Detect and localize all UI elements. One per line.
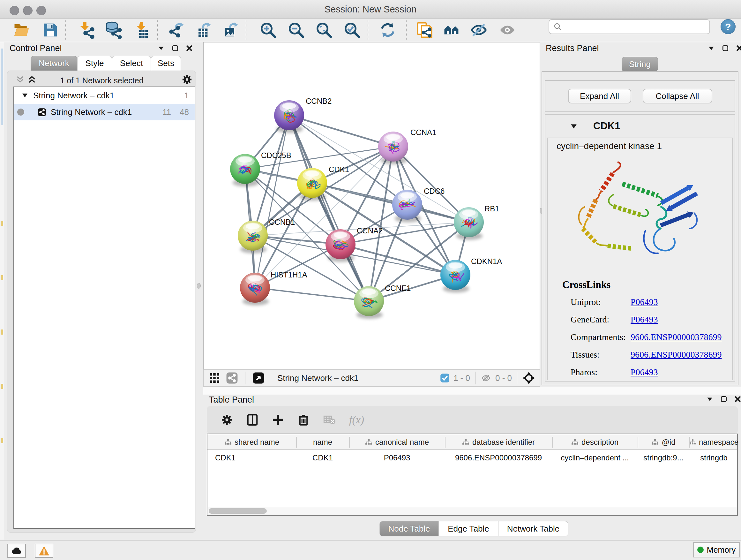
birds-eye-view-icon[interactable] (253, 372, 265, 384)
network-node-CCNB2[interactable]: CCNB2 (274, 97, 332, 133)
maximize-panel-icon[interactable] (172, 45, 179, 52)
save-session-button[interactable] (42, 21, 59, 39)
selected-nodes-checkbox-icon[interactable] (440, 373, 450, 383)
export-image-button[interactable] (223, 21, 240, 39)
maximize-panel-icon[interactable] (720, 395, 727, 402)
add-column-icon[interactable] (272, 414, 284, 426)
show-columns-icon[interactable] (246, 414, 259, 426)
column-header-namespace[interactable]: namespace (689, 434, 738, 450)
network-edge-CCNB2-CCNA1[interactable] (289, 115, 393, 146)
collapse-all-button[interactable]: Collapse All (643, 89, 712, 104)
hide-selected-button[interactable] (470, 21, 487, 39)
search-input[interactable] (562, 22, 703, 31)
network-node-CCNA1[interactable]: CCNA1 (378, 128, 436, 164)
cloud-status-button[interactable] (7, 544, 26, 558)
network-canvas[interactable]: CCNB2CCNA1CDC25BCDK1CDC6RB1CCNB1CCNA2CDK… (203, 42, 540, 369)
network-edge-CCNB2-HIST1H1A[interactable] (255, 115, 289, 288)
crosslink-value-link[interactable]: P06493 (630, 367, 658, 377)
zoom-window-button[interactable] (37, 6, 46, 15)
table-cell[interactable]: stringdb (689, 451, 738, 464)
network-node-HIST1H1A[interactable]: HIST1H1A (240, 270, 307, 305)
minimize-window-button[interactable] (23, 6, 32, 15)
table-panel-splitter[interactable] (203, 387, 741, 395)
zoom-out-button[interactable] (287, 21, 305, 39)
float-panel-icon[interactable] (706, 395, 713, 402)
delete-column-icon[interactable] (297, 414, 310, 426)
copy-network-button[interactable] (416, 21, 433, 39)
network-node-RB1[interactable]: RB1 (454, 204, 499, 240)
column-header-name[interactable]: name (296, 434, 349, 450)
gene-expander-icon[interactable] (570, 124, 577, 129)
float-panel-icon[interactable] (158, 45, 165, 52)
table-cell[interactable]: 9606.ENSP00000378699 (445, 451, 552, 464)
left-splitter-handle[interactable] (197, 283, 201, 289)
column-header-database-identifier[interactable]: database identifier (445, 434, 552, 450)
tab-network[interactable]: Network (30, 56, 77, 71)
tab-select[interactable]: Select (112, 56, 151, 71)
crosslink-value-link[interactable]: 9606.ENSP00000378699 (630, 350, 722, 360)
table-cell[interactable]: cyclin–dependent ... (552, 451, 637, 464)
column-header-canonical-name[interactable]: canonical name (349, 434, 445, 450)
tab-edge-table[interactable]: Edge Table (439, 521, 498, 537)
table-cell[interactable]: P06493 (349, 451, 445, 464)
import-network-from-database-button[interactable] (105, 21, 122, 39)
close-panel-icon[interactable] (736, 45, 741, 52)
crosslink-value-link[interactable]: P06493 (630, 314, 658, 325)
table-options-gear-icon[interactable] (221, 414, 233, 426)
zoom-in-button[interactable] (259, 21, 277, 39)
memory-button[interactable]: Memory (693, 542, 740, 557)
table-horizontal-scrollbar[interactable] (208, 507, 737, 515)
first-neighbors-button[interactable] (443, 21, 460, 39)
import-network-button[interactable] (77, 21, 95, 39)
close-panel-icon[interactable] (186, 45, 193, 52)
maximize-panel-icon[interactable] (722, 45, 729, 52)
import-table-button[interactable] (133, 21, 151, 39)
network-node-CCNA2[interactable]: CCNA2 (326, 226, 383, 262)
grid-view-icon[interactable] (209, 372, 220, 384)
table-cell[interactable]: CDK1 (207, 451, 296, 464)
column-header-description[interactable]: description (552, 434, 637, 450)
network-collection-row[interactable]: String Network – cdk1 1 (14, 87, 195, 104)
close-panel-icon[interactable] (734, 395, 741, 402)
crosslink-row: GeneCard:P06493 (570, 311, 730, 328)
table-cell[interactable]: stringdb:9... (637, 451, 689, 464)
network-edge-HIST1H1A-CCNE1[interactable] (255, 288, 369, 301)
network-node-CDK1[interactable]: CDK1 (297, 165, 349, 200)
pan-target-icon[interactable] (522, 372, 535, 384)
zoom-fit-button[interactable] (315, 21, 333, 39)
expand-all-button[interactable]: Expand All (568, 89, 631, 104)
close-window-button[interactable] (10, 6, 19, 15)
crosslink-value-link[interactable]: 9606.ENSP00000378699 (630, 332, 722, 342)
tab-sets[interactable]: Sets (151, 56, 181, 71)
warning-status-button[interactable] (35, 544, 53, 558)
help-button[interactable]: ? (721, 19, 736, 34)
zoom-selected-button[interactable] (343, 21, 360, 39)
export-table-button[interactable] (196, 21, 213, 39)
export-network-button[interactable] (169, 21, 186, 39)
float-panel-icon[interactable] (708, 45, 715, 52)
tab-node-table[interactable]: Node Table (380, 521, 439, 537)
network-edge-CCNA1-HIST1H1A[interactable] (255, 146, 393, 288)
column-header--id[interactable]: @id (637, 434, 689, 450)
scrollbar-thumb[interactable] (209, 508, 267, 514)
gene-description: cyclin–dependent kinase 1 (556, 141, 662, 151)
network-row-selected[interactable]: String Network – cdk1 11 48 (14, 104, 195, 120)
crosslink-value-link[interactable]: P06493 (630, 297, 658, 307)
network-options-gear-icon[interactable] (182, 74, 192, 85)
hidden-items-eye-icon (481, 373, 491, 383)
zoom-selected-icon (343, 21, 360, 39)
window-title: Session: New Session (0, 0, 741, 18)
network-node-CDKN1A[interactable]: CDKN1A (441, 257, 502, 293)
refresh-button[interactable] (379, 21, 396, 39)
tab-string[interactable]: String (622, 57, 658, 71)
column-header-shared-name[interactable]: shared name (207, 434, 296, 450)
network-node-CCNE1[interactable]: CCNE1 (354, 284, 411, 319)
collection-expander-icon[interactable] (22, 93, 28, 98)
node-label-CDC25B: CDC25B (261, 151, 291, 160)
open-session-button[interactable] (13, 21, 30, 39)
table-cell[interactable]: CDK1 (296, 451, 349, 464)
tab-style[interactable]: Style (77, 56, 112, 71)
network-view-icon[interactable] (226, 372, 238, 384)
show-all-button[interactable] (499, 21, 516, 39)
tab-network-table[interactable]: Network Table (498, 521, 568, 537)
